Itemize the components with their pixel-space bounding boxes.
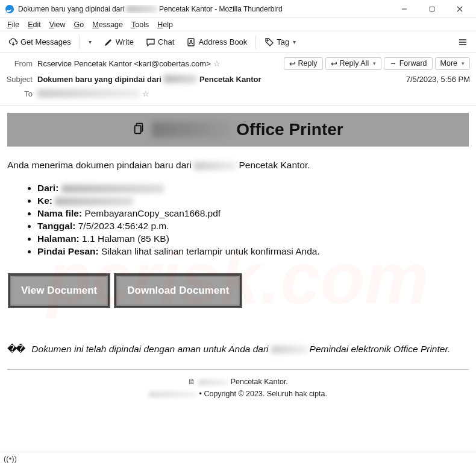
get-messages-button[interactable]: Get Messages <box>5 36 75 49</box>
message-headers: From Rcservice Pencetak Kantor <kari@cob… <box>0 53 476 106</box>
tag-label: Tag <box>277 37 289 46</box>
write-button[interactable]: Write <box>100 36 137 49</box>
to-label: To <box>6 89 33 98</box>
menu-file[interactable]: File <box>4 19 23 30</box>
message-date: 7/5/2023, 5:56 PM <box>406 75 470 84</box>
star-icon[interactable]: ☆ <box>142 89 149 98</box>
address-book-button[interactable]: Address Book <box>183 36 251 49</box>
toolbar: Get Messages ▾ Write Chat Address Book T… <box>0 31 476 53</box>
write-label: Write <box>116 37 134 46</box>
view-document-button[interactable]: View Document <box>8 274 110 308</box>
svg-rect-2 <box>430 7 434 11</box>
menu-message[interactable]: Message <box>89 19 127 30</box>
banner-title: Office Printer <box>152 120 343 139</box>
address-book-icon <box>186 37 196 47</box>
detail-from: Dari: <box>37 183 469 194</box>
app-menu-button[interactable] <box>454 36 471 49</box>
star-icon[interactable]: ☆ <box>213 59 221 68</box>
forward-button[interactable]: →Forward <box>384 57 432 70</box>
message-body: pcrisk.com Office Printer Anda menerima … <box>0 106 476 450</box>
detail-to: Ke: <box>37 195 469 206</box>
maximize-button[interactable] <box>418 0 446 18</box>
reply-icon: ↩ <box>289 59 296 68</box>
svg-point-7 <box>267 40 268 41</box>
get-messages-label: Get Messages <box>20 37 71 46</box>
from-value[interactable]: Rcservice Pencetak Kantor <kari@cobertas… <box>37 59 211 68</box>
thunderbird-icon <box>5 4 14 14</box>
reply-button[interactable]: ↩Reply <box>284 57 323 70</box>
chat-button[interactable]: Chat <box>142 36 178 49</box>
menu-tools[interactable]: Tools <box>128 19 152 30</box>
document-icon <box>133 122 146 138</box>
detail-date: Tanggal: 7/5/2023 4:56:42 p.m. <box>37 221 469 232</box>
reply-all-icon: ↩ <box>331 59 337 68</box>
detail-filename: Nama file: PembayaranCopy_scan1668.pdf <box>37 208 469 219</box>
footer-copyright: 🗎 Pencetak Kantor. • Copyright © 2023. S… <box>7 376 469 400</box>
to-value[interactable]: ☆ <box>37 89 470 98</box>
document-small-icon: 🗎 <box>188 378 196 386</box>
from-label: From <box>6 59 33 68</box>
email-banner: Office Printer <box>7 113 469 147</box>
hamburger-icon <box>458 37 468 47</box>
reply-all-button[interactable]: ↩Reply All▾ <box>325 57 382 70</box>
pencil-icon <box>104 37 113 47</box>
chat-label: Chat <box>158 37 174 46</box>
tag-icon <box>265 37 274 47</box>
detail-message: Pindai Pesan: Silakan lihat salinan terl… <box>37 246 469 257</box>
footer-scan-note: �︎�︎ Dokumen ini telah dipindai dengan a… <box>7 344 469 355</box>
svg-point-6 <box>190 40 192 42</box>
detail-pages: Halaman: 1.1 Halaman (85 KB) <box>37 233 469 244</box>
subject-value: Dokumen baru yang dipindai dari Pencetak… <box>37 75 401 84</box>
menu-help[interactable]: Help <box>154 19 177 30</box>
window-titlebar: Dokumen baru yang dipindai dari Pencetak… <box>0 0 476 18</box>
status-bar: ((•)) <box>0 452 476 465</box>
get-messages-dropdown[interactable]: ▾ <box>85 37 95 47</box>
footer-divider <box>7 369 469 370</box>
forward-icon: → <box>389 59 397 68</box>
details-list: Dari: Ke: Nama file: PembayaranCopy_scan… <box>7 183 469 257</box>
subject-label: Subject <box>6 75 33 84</box>
download-document-button[interactable]: Download Document <box>114 274 242 308</box>
svg-point-0 <box>5 5 14 13</box>
menu-view[interactable]: View <box>46 19 69 30</box>
menu-bar: File Edit View Go Message Tools Help <box>0 18 476 31</box>
chat-icon <box>146 37 155 47</box>
download-cloud-icon <box>8 37 18 47</box>
menu-go[interactable]: Go <box>70 19 88 30</box>
minimize-button[interactable] <box>390 0 418 18</box>
more-button[interactable]: More▾ <box>435 57 470 70</box>
close-button[interactable] <box>446 0 474 18</box>
activity-icon: ((•)) <box>4 454 17 463</box>
menu-edit[interactable]: Edit <box>24 19 45 30</box>
address-book-label: Address Book <box>198 37 247 46</box>
intro-text: Anda menerima dokumen pindaian baru dari… <box>7 160 469 171</box>
window-title: Dokumen baru yang dipindai dari Pencetak… <box>18 5 390 13</box>
svg-rect-12 <box>135 125 141 133</box>
tag-button[interactable]: Tag ▾ <box>261 36 299 49</box>
